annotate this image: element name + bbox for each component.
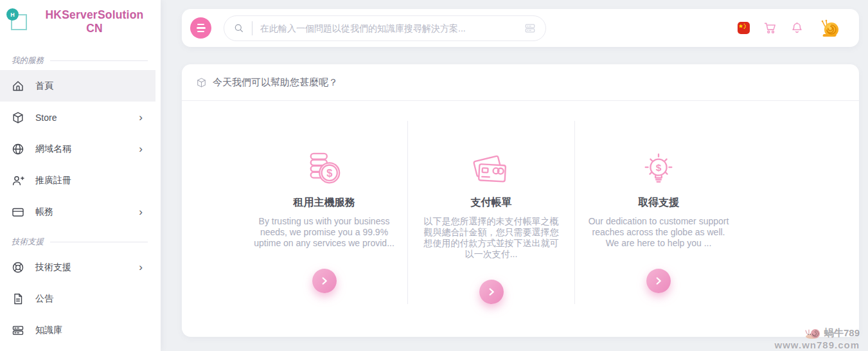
watermark: 蝸牛789 www.wn789.com [775,327,860,350]
card-title: 取得支援 [587,196,731,210]
sidebar-item-support[interactable]: 技術支援 › [0,251,155,283]
coins-dollar-icon: $ [252,151,396,187]
card-order-hosting[interactable]: $ 租用主機服務 By trusting us with your busine… [241,121,408,304]
sidebar-item-label: 知識庫 [35,325,145,336]
search-input[interactable] [260,23,517,33]
help-cards: $ 租用主機服務 By trusting us with your busine… [241,101,742,321]
card-description: 以下是您所選擇的未支付帳單之概觀與總合計金額，您只需要選擇您想使用的付款方式並按… [420,216,563,260]
topbar-actions [738,18,840,39]
chevron-right-icon [653,275,664,287]
panel-header: 今天我們可以幫助您甚麼呢？ [182,64,859,101]
card-title: 支付帳單 [420,196,563,210]
brand-logo[interactable]: H HKServerSolution CN [0,0,161,44]
brand-title: HKServerSolution CN [35,8,154,35]
globe-icon [12,143,24,156]
card-description: By trusting us with your business needs,… [252,216,396,249]
china-flag-icon [738,22,750,34]
brand-logo-icon: H [6,8,28,32]
announcement-icon [12,292,24,305]
sidebar-item-label: Store [35,113,128,123]
panel-title: 今天我們可以幫助您甚麼呢？ [213,76,338,89]
credit-cards-icon [420,151,563,187]
user-plus-icon [12,174,24,187]
home-icon [12,80,24,93]
logo-letter: H [6,8,19,21]
bell-icon [790,21,804,35]
notifications-button[interactable] [790,21,804,35]
pay-invoices-button[interactable] [479,280,504,304]
card-description: Our dedication to customer support reach… [587,216,731,249]
chevron-right-icon [319,275,330,287]
sidebar-item-billing[interactable]: 帳務 › [0,196,155,228]
sidebar-item-label: 網域名稱 [35,143,128,155]
watermark-url: www.wn789.com [775,339,860,350]
search-divider [252,21,252,35]
box-icon [12,111,24,124]
help-panel: 今天我們可以幫助您甚麼呢？ $ 租用主機服務 By trusting us wi… [182,64,859,337]
sidebar-item-label: 公告 [35,293,145,305]
sidebar-item-home[interactable]: 首頁 [0,70,155,102]
sidebar-item-announcements[interactable]: 公告 [0,283,155,314]
search-icon [234,23,244,33]
card-title: 租用主機服務 [252,196,396,210]
chevron-right-icon: › [139,143,145,154]
order-hosting-button[interactable] [312,269,337,293]
knowledgebase-icon [12,324,24,337]
bulb-dollar-icon: $ [587,151,731,187]
sidebar-item-affiliate[interactable]: 推廣註冊 [0,165,155,196]
sidebar-item-label: 技術支援 [35,262,128,273]
svg-text:$: $ [656,162,662,173]
life-ring-icon [12,261,24,274]
snail-avatar-icon [819,18,840,39]
sidebar-item-label: 推廣註冊 [35,175,145,186]
sidebar-item-knowledgebase[interactable]: 知識庫 [0,314,155,346]
get-support-button[interactable] [646,269,671,293]
sidebar-item-partial[interactable] [0,346,155,351]
watermark-name: 蝸牛789 [824,327,860,339]
svg-text:$: $ [326,167,332,179]
cart-icon [763,21,777,35]
chevron-right-icon [486,286,497,298]
knowledgebase-icon [524,22,536,34]
topbar [182,9,859,47]
card-pay-invoices[interactable]: 支付帳單 以下是您所選擇的未支付帳單之概觀與總合計金額，您只需要選擇您想使用的付… [408,121,575,304]
snail-watermark-icon [805,328,822,339]
sidebar-item-label: 帳務 [35,206,128,218]
menu-toggle-button[interactable] [190,17,211,39]
sidebar-item-label: 首頁 [35,80,145,92]
card-get-support[interactable]: $ 取得支援 Our dedication to customer suppor… [575,121,742,304]
sidebar-item-store[interactable]: Store › [0,102,155,133]
box-icon [196,77,207,88]
language-flag-button[interactable] [738,22,750,34]
sidebar-section-support: 技術支援 [12,237,148,248]
user-avatar[interactable] [819,18,840,39]
menu-icon [197,24,204,26]
sidebar-section-my-services: 我的服務 [12,55,148,66]
chevron-right-icon: › [139,262,145,273]
chevron-right-icon: › [139,206,145,217]
sidebar-item-domains[interactable]: 網域名稱 › [0,133,155,165]
knowledgebase-search[interactable] [224,15,546,41]
sidebar: H HKServerSolution CN 我的服務 首頁 Store › 網域… [0,0,161,351]
chevron-right-icon: › [139,112,145,123]
credit-card-icon [12,206,24,219]
cart-button[interactable] [763,21,777,35]
